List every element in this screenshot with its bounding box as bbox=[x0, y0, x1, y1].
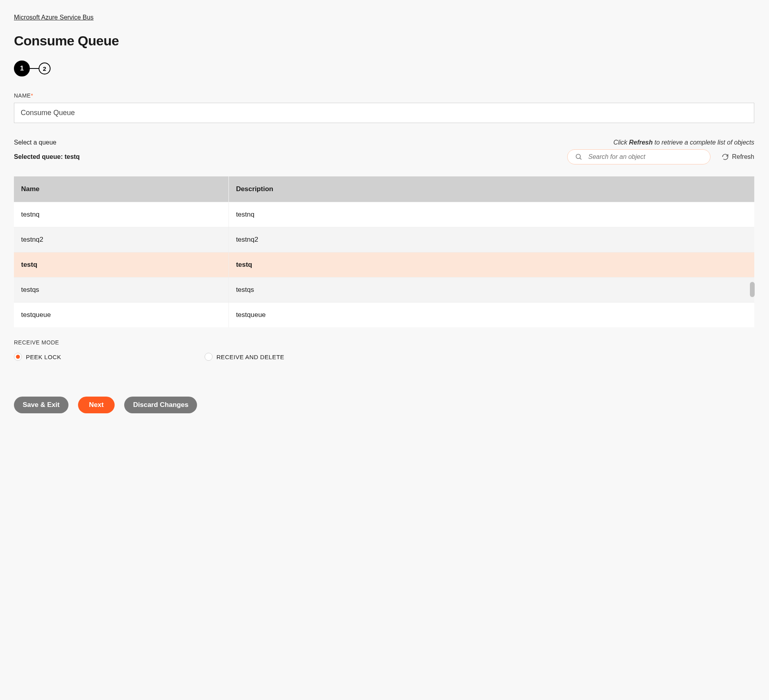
next-button[interactable]: Next bbox=[78, 397, 115, 413]
search-icon bbox=[575, 153, 583, 161]
svg-point-0 bbox=[576, 154, 580, 158]
breadcrumb-link[interactable]: Microsoft Azure Service Bus bbox=[14, 14, 94, 21]
table-row[interactable]: testqstestqs bbox=[14, 278, 754, 303]
save-exit-button[interactable]: Save & Exit bbox=[14, 397, 68, 413]
radio-label: RECEIVE AND DELETE bbox=[217, 354, 285, 360]
cell-name: testnq bbox=[14, 202, 228, 227]
refresh-button[interactable]: Refresh bbox=[722, 153, 754, 160]
column-header-description[interactable]: Description bbox=[228, 176, 754, 202]
refresh-icon bbox=[722, 153, 729, 160]
search-input[interactable] bbox=[587, 153, 703, 161]
discard-button[interactable]: Discard Changes bbox=[124, 397, 197, 413]
radio-option[interactable]: RECEIVE AND DELETE bbox=[205, 353, 285, 361]
cell-description: testqueue bbox=[228, 303, 754, 328]
cell-description: testnq2 bbox=[228, 227, 754, 252]
radio-label: PEEK LOCK bbox=[26, 354, 61, 360]
name-input[interactable] bbox=[14, 103, 754, 123]
scrollbar-thumb[interactable] bbox=[750, 282, 755, 297]
radio-circle bbox=[14, 353, 22, 361]
step-connector bbox=[30, 68, 39, 69]
selected-queue-label: Selected queue: testq bbox=[14, 153, 80, 160]
table-row[interactable]: testqtestq bbox=[14, 252, 754, 278]
page-title: Consume Queue bbox=[14, 33, 754, 49]
cell-name: testnq2 bbox=[14, 227, 228, 252]
column-header-name[interactable]: Name bbox=[14, 176, 228, 202]
radio-circle bbox=[205, 353, 213, 361]
helper-text: Click Refresh to retrieve a complete lis… bbox=[613, 139, 754, 146]
cell-description: testnq bbox=[228, 202, 754, 227]
radio-option[interactable]: PEEK LOCK bbox=[14, 353, 61, 361]
step-1[interactable]: 1 bbox=[14, 61, 30, 76]
table-row[interactable]: testqueuetestqueue bbox=[14, 303, 754, 328]
cell-name: testqueue bbox=[14, 303, 228, 328]
receive-mode-label: RECEIVE MODE bbox=[14, 339, 754, 346]
refresh-label: Refresh bbox=[732, 153, 754, 160]
table-row[interactable]: testnq2testnq2 bbox=[14, 227, 754, 252]
cell-name: testqs bbox=[14, 278, 228, 303]
cell-name: testq bbox=[14, 252, 228, 278]
select-queue-label: Select a queue bbox=[14, 139, 57, 146]
cell-description: testq bbox=[228, 252, 754, 278]
step-2[interactable]: 2 bbox=[39, 63, 51, 74]
stepper: 1 2 bbox=[14, 61, 754, 76]
queue-table: Name Description testnqtestnqtestnq2test… bbox=[14, 176, 754, 327]
cell-description: testqs bbox=[228, 278, 754, 303]
search-box[interactable] bbox=[567, 149, 710, 164]
name-field-label: NAME* bbox=[14, 92, 754, 99]
table-row[interactable]: testnqtestnq bbox=[14, 202, 754, 227]
svg-line-1 bbox=[580, 158, 582, 160]
